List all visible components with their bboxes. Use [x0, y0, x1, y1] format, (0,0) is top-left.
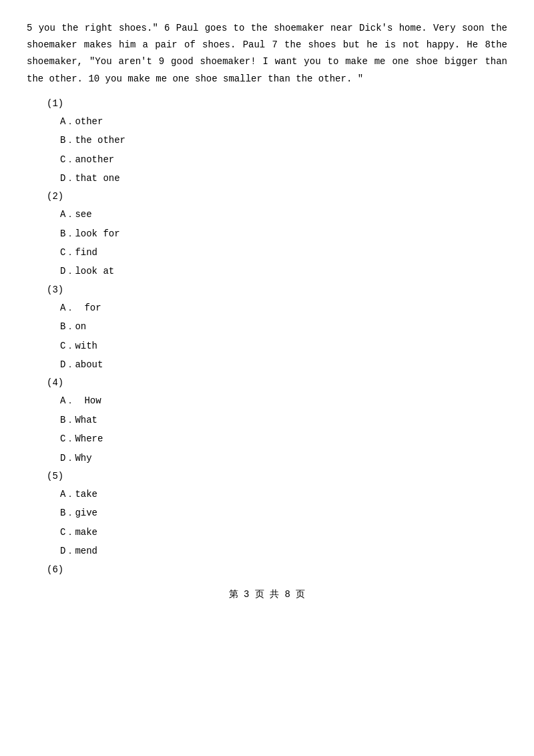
- question-4-option-3[interactable]: C．Where: [60, 431, 507, 446]
- question-2-option-4[interactable]: D．look at: [60, 264, 507, 278]
- question-number-6: (6): [47, 564, 507, 575]
- passage: 5 you the right shoes." 6 Paul goes to t…: [27, 20, 507, 87]
- question-5: (5)A．takeB．giveC．makeD．mend: [27, 471, 507, 559]
- question-number-2: (2): [47, 191, 507, 202]
- question-3-option-4[interactable]: D．about: [60, 357, 507, 372]
- page-footer: 第 3 页 共 8 页: [27, 588, 507, 600]
- question-4-option-2[interactable]: B．What: [60, 413, 507, 427]
- question-2-option-3[interactable]: C．find: [60, 245, 507, 260]
- question-1-option-4[interactable]: D．that one: [60, 171, 507, 186]
- question-5-option-1[interactable]: A．take: [60, 487, 507, 502]
- question-2: (2)A．seeB．look forC．findD．look at: [27, 191, 507, 279]
- question-6: (6): [27, 564, 507, 575]
- question-3-option-3[interactable]: C．with: [60, 339, 507, 353]
- question-3-option-2[interactable]: B．on: [60, 319, 507, 334]
- question-number-5: (5): [47, 471, 507, 482]
- question-1-option-3[interactable]: C．another: [60, 152, 507, 167]
- question-5-option-4[interactable]: D．mend: [60, 544, 507, 558]
- question-number-1: (1): [47, 98, 507, 109]
- question-number-4: (4): [47, 377, 507, 388]
- question-2-option-1[interactable]: A．see: [60, 207, 507, 222]
- questions-container: (1)A．otherB．the otherC．anotherD．that one…: [27, 98, 507, 575]
- question-5-option-2[interactable]: B．give: [60, 506, 507, 520]
- question-3-option-1[interactable]: A． for: [60, 301, 507, 315]
- question-number-3: (3): [47, 285, 507, 295]
- question-4-option-4[interactable]: D．Why: [60, 451, 507, 465]
- question-4-option-1[interactable]: A． How: [60, 393, 507, 408]
- question-1-option-2[interactable]: B．the other: [60, 133, 507, 148]
- question-4: (4)A． HowB．WhatC．WhereD．Why: [27, 377, 507, 465]
- question-1: (1)A．otherB．the otherC．anotherD．that one: [27, 98, 507, 186]
- question-2-option-2[interactable]: B．look for: [60, 226, 507, 241]
- question-3: (3)A． forB．onC．withD．about: [27, 285, 507, 373]
- question-5-option-3[interactable]: C．make: [60, 525, 507, 540]
- question-1-option-1[interactable]: A．other: [60, 114, 507, 129]
